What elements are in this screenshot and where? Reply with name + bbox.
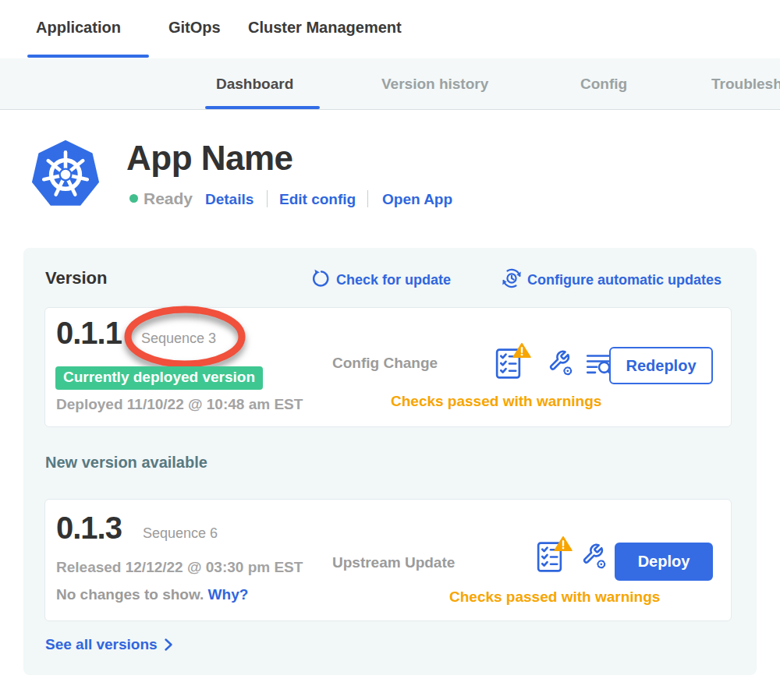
chevron-right-icon (164, 638, 173, 652)
open-app-link[interactable]: Open App (382, 191, 452, 208)
app-sub-nav: Dashboard Version history Config Trouble… (0, 58, 780, 110)
tab-config[interactable]: Config (580, 76, 627, 93)
warning-icon (512, 342, 531, 359)
tab-cluster-management[interactable]: Cluster Management (248, 19, 402, 37)
tab-gitops[interactable]: GitOps (168, 19, 221, 37)
preflight-checks-icon[interactable] (537, 536, 573, 573)
deployed-sequence-label: Sequence 3 (141, 331, 216, 347)
version-source-label: Config Change (332, 355, 438, 372)
divider (367, 190, 368, 207)
why-link[interactable]: Why? (208, 586, 249, 603)
config-wrench-icon[interactable] (545, 348, 573, 378)
no-changes-text: No changes to show. Why? (56, 586, 248, 603)
tab-application[interactable]: Application (36, 19, 121, 37)
top-nav: Application GitOps Cluster Management (0, 0, 780, 58)
active-tab-indicator (27, 55, 149, 58)
available-version-row: 0.1.3 Sequence 6 Released 12/12/22 @ 03:… (44, 499, 732, 621)
deployed-version-row: 0.1.1 Sequence 3 Currently deployed vers… (44, 307, 732, 427)
checks-status-text: Checks passed with warnings (391, 393, 601, 410)
version-card-title: Version (45, 268, 107, 288)
refresh-icon[interactable] (310, 269, 330, 288)
version-card: Version Check for update Configure autom… (23, 248, 757, 675)
configure-automatic-updates-link[interactable]: Configure automatic updates (527, 272, 722, 288)
deploy-button[interactable]: Deploy (615, 543, 713, 581)
tab-troubleshoot[interactable]: Troubleshoot (711, 76, 780, 93)
no-changes-label: No changes to show. (56, 586, 204, 603)
see-all-versions-label: See all versions (45, 636, 158, 653)
check-for-update-link[interactable]: Check for update (336, 272, 451, 288)
deployed-version-number: 0.1.1 (56, 316, 122, 351)
redeploy-button[interactable]: Redeploy (609, 347, 713, 384)
released-timestamp: Released 12/12/22 @ 03:30 pm EST (56, 559, 303, 576)
available-version-number: 0.1.3 (56, 511, 122, 546)
see-all-versions-link[interactable]: See all versions (45, 636, 173, 653)
version-source-label: Upstream Update (332, 554, 455, 571)
config-wrench-icon[interactable] (579, 542, 607, 571)
divider (267, 190, 268, 207)
preflight-checks-icon[interactable] (495, 342, 531, 380)
auto-update-schedule-icon[interactable] (501, 267, 523, 289)
kubernetes-logo-icon (30, 138, 101, 210)
tab-dashboard[interactable]: Dashboard (216, 76, 293, 93)
page-title: App Name (126, 139, 293, 178)
new-version-heading: New version available (45, 454, 207, 472)
view-diff-icon[interactable] (586, 353, 612, 375)
warning-icon (554, 536, 573, 552)
deployed-timestamp: Deployed 11/10/22 @ 10:48 am EST (56, 396, 303, 413)
available-sequence-label: Sequence 6 (143, 525, 218, 542)
edit-config-link[interactable]: Edit config (279, 191, 356, 208)
status-dot-icon (129, 194, 138, 203)
checks-status-text: Checks passed with warnings (449, 589, 660, 606)
tab-version-history[interactable]: Version history (381, 76, 488, 93)
details-link[interactable]: Details (205, 191, 254, 208)
currently-deployed-badge: Currently deployed version (55, 366, 263, 390)
status-badge: Ready (144, 189, 193, 208)
active-subtab-indicator (205, 106, 320, 109)
